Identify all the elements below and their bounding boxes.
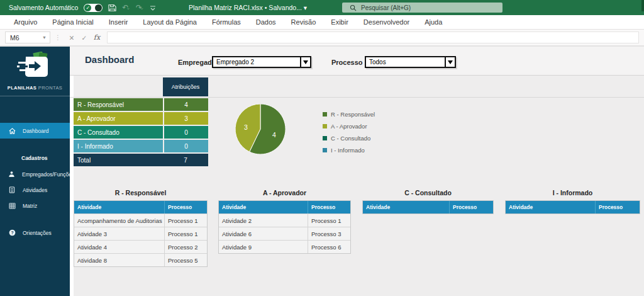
search-icon [350,4,357,11]
processo-label: Processo [331,59,363,66]
tab-pagina-inicial[interactable]: Página Inicial [45,15,101,29]
tab-ajuda[interactable]: Ajuda [417,15,450,29]
sidebar-item-empregados-funcoes[interactable]: Empregados/Funções [0,166,70,182]
tab-revisao[interactable]: Revisão [284,15,324,29]
save-icon[interactable] [108,4,116,12]
excel-window: Salvamento Automático ✓ ↶⌄ ↷⌄ Planilha M… [0,0,644,296]
toggle-knob-icon [95,4,102,11]
tab-inserir[interactable]: Inserir [101,15,136,29]
svg-text:?: ? [11,231,13,235]
empregado-select[interactable]: Empregado 2 [212,56,311,68]
cancel-icon[interactable]: ✕ [65,34,78,42]
table-header: Atividade Processo [219,201,350,213]
redo-icon[interactable]: ↷⌄ [136,3,144,12]
informado-table: I - Informado Atividade Processo [505,189,640,214]
ribbon-tabs: Arquivo Página Inicial Inserir Layout da… [0,15,644,30]
aprovador-table: A - Aprovador Atividade Processo Ativida… [218,189,351,254]
pie-label-aprovador: 3 [244,123,248,131]
formula-input[interactable] [107,31,639,43]
page-title: Dashboard [85,54,134,65]
raci-pie-chart: 4 3 [235,104,286,154]
tab-desenvolvedor[interactable]: Desenvolvedor [356,15,417,29]
dashboard-sheet: Dashboard Empregado Empregado 2 Processo… [70,47,644,296]
autosave-label: Salvamento Automático [9,4,78,11]
customize-toolbar-icon[interactable] [150,4,156,11]
table-row: Acompanhamento de Auditorias Processo 1 [74,213,207,227]
chevron-down-icon[interactable] [445,57,455,67]
autosave-toggle[interactable]: ✓ [84,4,103,12]
table-row: R - Responsável 4 [74,98,208,111]
legend-item: A - Aprovador [323,123,375,130]
namebox-dropdown-icon[interactable]: ▼ [42,35,47,40]
clipboard-icon [8,186,16,193]
table-row: A - Aprovador 3 [74,112,208,125]
sidebar-item-dashboard[interactable]: Dashboard [0,123,70,139]
name-box[interactable]: M6 ▼ [5,31,50,43]
window-edge [641,0,644,11]
planilhas-prontas-logo-icon [16,52,55,81]
table-title: I - Informado [505,189,640,196]
table-row: Atividade 3 Processo 1 [74,227,207,240]
table-title: C - Consultado [362,189,494,196]
document-title[interactable]: Planilha Matriz RACI.xlsx • Salvando... … [189,4,299,11]
pie-label-responsavel: 4 [272,131,276,139]
tab-formulas[interactable]: Fórmulas [204,15,248,29]
legend-item: I - Informado [323,147,375,154]
check-icon: ✓ [84,4,91,11]
summary-table: R - Responsável 4 A - Aprovador 3 C - Co… [74,98,208,168]
processo-select[interactable]: Todos [365,56,456,68]
chart-legend: R - Responsável A - Aprovador C - Consul… [323,111,375,159]
enter-icon[interactable]: ✓ [78,34,91,42]
summary-header-cell: Atribuições [163,77,208,96]
table-header: Atividade Processo [363,201,493,213]
divider: ⋮ [55,34,61,41]
sidebar: PLANILHAS PRONTAS Dashboard Cadastros Em… [0,47,70,296]
home-icon [8,128,16,134]
sidebar-section-cadastros: Cadastros [0,155,70,161]
sidebar-item-atividades[interactable]: Atividades [0,182,70,198]
tab-exibir[interactable]: Exibir [323,15,356,29]
table-row: C - Consultado 0 [74,126,208,139]
title-bar: Salvamento Automático ✓ ↶⌄ ↷⌄ Planilha M… [0,0,644,15]
person-icon [8,171,15,178]
tab-layout-da-pagina[interactable]: Layout da Página [135,15,204,29]
dashboard-header: Dashboard Empregado Empregado 2 Processo… [70,47,644,76]
empregado-label: Empregado [178,59,216,66]
legend-item: C - Consultado [323,135,375,142]
logo-text: PLANILHAS PRONTAS [0,85,70,91]
undo-icon[interactable]: ↶⌄ [122,3,130,12]
table-row: Atividade 6 Processo 3 [219,227,350,240]
table-row: Atividade 9 Processo 6 [219,240,350,253]
legend-item: R - Responsável [323,111,375,118]
table-header: Atividade Processo [74,201,207,213]
chevron-down-icon[interactable] [300,57,310,67]
table-row: Atividade 2 Processo 1 [219,213,350,227]
table-row: I - Informado 0 [74,140,208,152]
sidebar-item-matriz[interactable]: Matriz [0,198,70,213]
table-header: Atividade Processo [506,201,640,213]
table-row: Atividade 4 Processo 2 [74,240,207,253]
tab-arquivo[interactable]: Arquivo [6,15,45,29]
consultado-table: C - Consultado Atividade Processo [362,189,494,214]
insert-function-icon[interactable]: fx [91,33,103,42]
table-row: Atividade 8 Processo 5 [74,253,207,266]
formula-bar: M6 ▼ ⋮ ✕ ✓ fx [0,30,644,47]
divider [70,97,644,98]
question-icon: ? [8,229,16,236]
tab-dados[interactable]: Dados [248,15,284,29]
grid-icon [8,203,16,209]
table-title: A - Aprovador [218,189,351,196]
table-total-row: Total 7 [74,154,208,166]
logo: PLANILHAS PRONTAS [0,47,70,96]
sidebar-item-orientacoes[interactable]: ? Orientações [0,225,70,241]
search-input[interactable]: Pesquisar (Alt+G) [342,3,502,13]
search-placeholder: Pesquisar (Alt+G) [361,4,411,11]
responsavel-table: R - Responsável Atividade Processo Acomp… [74,189,208,267]
table-title: R - Responsável [74,189,208,196]
